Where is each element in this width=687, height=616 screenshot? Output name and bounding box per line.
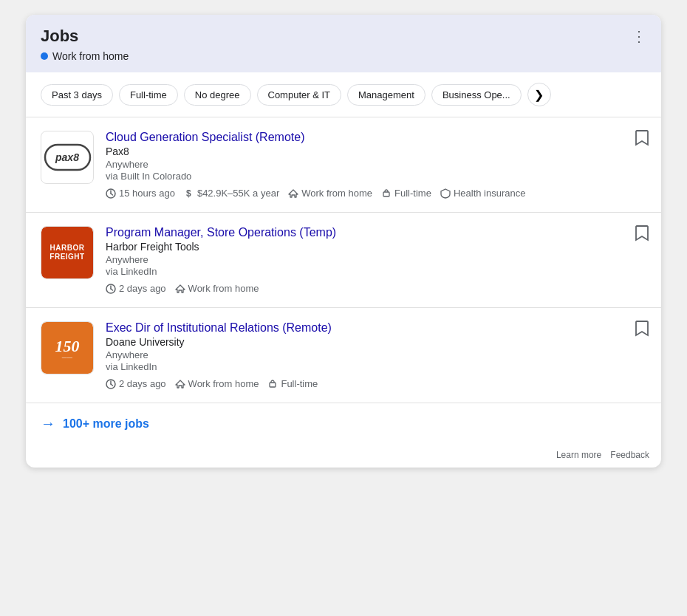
filter-more-button[interactable]: ❯ [527,83,551,106]
doane-tag-time: 2 days ago [106,378,166,389]
job-item-harbor-freight[interactable]: HARBORFREIGHT Program Manager, Store Ope… [26,213,661,308]
pax8-tag-wfh: Work from home [288,188,372,199]
learn-more-link[interactable]: Learn more [556,450,601,460]
home-icon-3 [175,379,185,389]
more-jobs-link[interactable]: 100+ more jobs [63,417,149,431]
filters-bar: Past 3 days Full-time No degree Computer… [26,72,661,117]
harbor-freight-logo: HARBORFREIGHT [41,226,94,279]
filter-nodegree[interactable]: No degree [184,84,251,106]
svg-rect-16 [270,383,276,387]
svg-line-14 [111,384,113,386]
pax8-tag-fulltime: Full-time [381,188,431,199]
more-jobs-section[interactable]: → 100+ more jobs [26,403,661,444]
header-subtitle: Work from home [41,50,646,62]
doane-location: Anywhere [106,349,646,360]
header-subtitle-text: Work from home [52,50,129,62]
harbor-freight-job-content: Program Manager, Store Operations (Temp)… [106,226,646,294]
hf-tag-wfh: Work from home [175,283,259,294]
home-icon [288,188,298,199]
doane-tag-fulltime: Full-time [267,378,318,389]
harbor-freight-source: via LinkedIn [106,266,646,277]
svg-text:pax8: pax8 [55,151,79,163]
pax8-tag-salary: $ $42.9K–55K a year [184,188,279,199]
pax8-salary-text: $42.9K–55K a year [197,188,279,199]
pax8-health-text: Health insurance [454,188,526,199]
doane-logo: 150 —— [41,321,94,374]
hf-wfh-text: Work from home [188,283,259,294]
doane-company: Doane University [106,336,646,348]
svg-line-10 [111,289,113,290]
blue-dot-icon [41,52,48,60]
harbor-freight-location: Anywhere [106,254,646,265]
chevron-right-icon: ❯ [534,88,544,102]
doane-job-content: Exec Dir of Institutional Relations (Rem… [106,321,646,389]
doane-source: via LinkedIn [106,361,646,372]
pax8-company: Pax8 [106,146,646,157]
home-icon-2 [175,284,185,294]
doane-wfh-text: Work from home [188,378,259,389]
harbor-freight-tags: 2 days ago Work from home [106,283,646,294]
clock-icon-3 [106,379,116,389]
briefcase-icon-3 [267,379,278,389]
doane-tags: 2 days ago Work from home Full-time [106,378,646,389]
briefcase-icon [381,188,392,199]
pax8-job-title: Cloud Generation Specialist (Remote) [106,131,646,144]
footer: Learn more Feedback [26,444,661,468]
pax8-tag-time: 15 hours ago [106,188,175,199]
pax8-tag-health: Health insurance [440,188,526,199]
jobs-list: pax8 Cloud Generation Specialist (Remote… [26,117,661,403]
doane-job-title: Exec Dir of Institutional Relations (Rem… [106,321,646,335]
doane-tag-wfh: Work from home [175,378,259,389]
hf-time-text: 2 days ago [119,283,166,294]
filter-management[interactable]: Management [347,84,425,106]
harbor-freight-company: Harbor Freight Tools [106,241,646,253]
pax8-fulltime-text: Full-time [394,188,431,199]
page-title: Jobs [41,27,78,46]
svg-text:$: $ [186,188,191,199]
harbor-freight-job-title: Program Manager, Store Operations (Temp) [106,226,646,239]
doane-fulltime-text: Full-time [281,378,318,389]
svg-line-4 [111,194,113,195]
filter-computer-it[interactable]: Computer & IT [257,84,342,106]
job-item-doane[interactable]: 150 —— Exec Dir of Institutional Relatio… [26,308,661,403]
doane-bookmark-button[interactable] [635,320,649,341]
job-item-pax8[interactable]: pax8 Cloud Generation Specialist (Remote… [26,117,661,213]
pax8-tags: 15 hours ago $ $42.9K–55K a year Work fr… [106,188,646,199]
doane-logo-inner: 150 —— [55,337,80,360]
jobs-card: Jobs ⋮ Work from home Past 3 days Full-t… [26,15,661,468]
arrow-right-icon: → [41,415,55,432]
pax8-wfh-text: Work from home [301,188,372,199]
feedback-link[interactable]: Feedback [610,450,649,460]
pax8-time-text: 15 hours ago [119,188,175,199]
harbor-freight-bookmark-button[interactable] [635,225,649,246]
svg-marker-11 [176,285,185,292]
pax8-source: via Built In Colorado [106,171,646,182]
hf-tag-time: 2 days ago [106,283,166,294]
pax8-location: Anywhere [106,159,646,170]
menu-icon[interactable]: ⋮ [632,27,646,45]
clock-icon [106,188,116,199]
shield-icon [440,188,451,199]
clock-icon-2 [106,284,116,294]
svg-marker-6 [289,190,298,197]
harbor-freight-logo-text: HARBORFREIGHT [49,244,84,261]
pax8-bookmark-button[interactable] [635,129,649,151]
filter-fulltime[interactable]: Full-time [119,84,178,106]
filter-past3days[interactable]: Past 3 days [41,84,113,106]
filter-business-ops[interactable]: Business Ope... [431,84,522,106]
pax8-job-content: Cloud Generation Specialist (Remote) Pax… [106,131,646,199]
svg-rect-7 [383,192,389,196]
doane-time-text: 2 days ago [119,378,166,389]
pax8-logo: pax8 [41,131,94,184]
svg-marker-15 [176,380,185,388]
dollar-icon: $ [184,188,194,199]
header: Jobs ⋮ Work from home [26,15,661,72]
